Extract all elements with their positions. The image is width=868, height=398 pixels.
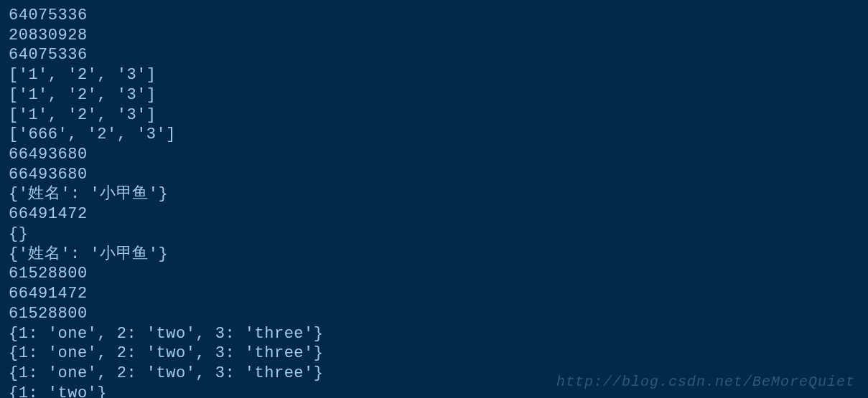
console-output: 64075336 20830928 64075336 ['1', '2', '3… (9, 6, 859, 398)
output-line: ['1', '2', '3'] (9, 65, 859, 85)
output-line: 64075336 (9, 6, 859, 26)
output-line: 66491472 (9, 204, 859, 224)
output-line: 61528800 (9, 304, 859, 324)
output-line: {1: 'one', 2: 'two', 3: 'three'} (9, 343, 859, 364)
output-line: ['1', '2', '3'] (9, 85, 859, 105)
output-line: {'姓名': '小甲鱼'} (9, 245, 859, 265)
output-line: {'姓名': '小甲鱼'} (9, 184, 859, 204)
output-line: 61528800 (9, 264, 859, 284)
output-line: 66493680 (9, 145, 859, 165)
output-line: 66493680 (9, 165, 859, 185)
output-line: ['1', '2', '3'] (9, 105, 859, 125)
output-line: 66491472 (9, 284, 859, 304)
output-line: ['666', '2', '3'] (9, 125, 859, 145)
output-line: 64075336 (9, 45, 859, 65)
watermark-text: http://blog.csdn.net/BeMoreQuiet (556, 373, 855, 391)
output-line: {1: 'one', 2: 'two', 3: 'three'} (9, 324, 859, 344)
output-line: 20830928 (9, 26, 859, 46)
output-line: {} (9, 224, 859, 245)
